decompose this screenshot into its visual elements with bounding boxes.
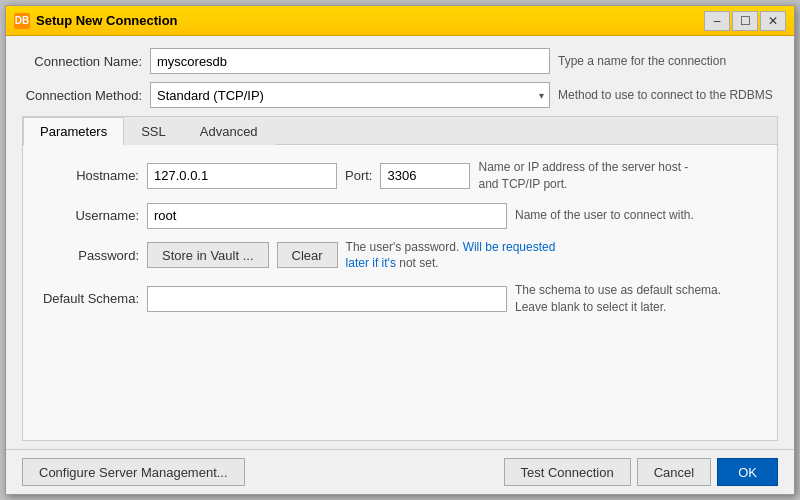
- window-controls: – ☐ ✕: [704, 11, 786, 31]
- test-connection-button[interactable]: Test Connection: [504, 458, 631, 486]
- connection-method-hint: Method to use to connect to the RDBMS: [558, 88, 778, 102]
- clear-password-button[interactable]: Clear: [277, 242, 338, 268]
- tabs-header: Parameters SSL Advanced: [23, 117, 777, 145]
- hostname-input[interactable]: [147, 163, 337, 189]
- default-schema-input[interactable]: [147, 286, 507, 312]
- parameters-tab-content: Hostname: Port: Name or IP address of th…: [23, 145, 777, 440]
- password-row: Password: Store in Vault ... Clear The u…: [39, 239, 761, 273]
- connection-method-select-wrapper: Standard (TCP/IP)Standard (TCP/IP) over …: [150, 82, 550, 108]
- tabs-container: Parameters SSL Advanced Hostname: Port: …: [22, 116, 778, 441]
- connection-name-hint: Type a name for the connection: [558, 54, 778, 68]
- store-in-vault-button[interactable]: Store in Vault ...: [147, 242, 269, 268]
- connection-method-row: Connection Method: Standard (TCP/IP)Stan…: [22, 82, 778, 108]
- tab-ssl[interactable]: SSL: [124, 117, 183, 145]
- hostname-hint: Name or IP address of the server host - …: [478, 159, 688, 193]
- footer-right: Test Connection Cancel OK: [504, 458, 779, 486]
- dialog-footer: Configure Server Management... Test Conn…: [6, 449, 794, 494]
- default-schema-hint: The schema to use as default schema. Lea…: [515, 282, 725, 316]
- dialog-body: Connection Name: Type a name for the con…: [6, 36, 794, 449]
- username-row: Username: Name of the user to connect wi…: [39, 203, 761, 229]
- app-icon: DB: [14, 13, 30, 29]
- cancel-button[interactable]: Cancel: [637, 458, 711, 486]
- hostname-row: Hostname: Port: Name or IP address of th…: [39, 159, 761, 193]
- dialog-title: Setup New Connection: [36, 13, 704, 28]
- maximize-button[interactable]: ☐: [732, 11, 758, 31]
- footer-left: Configure Server Management...: [22, 458, 504, 486]
- username-hint: Name of the user to connect with.: [515, 207, 725, 224]
- title-bar: DB Setup New Connection – ☐ ✕: [6, 6, 794, 36]
- password-hint-link: Will be requested later if it's: [346, 240, 556, 271]
- connection-name-input[interactable]: [150, 48, 550, 74]
- setup-new-connection-dialog: DB Setup New Connection – ☐ ✕ Connection…: [5, 5, 795, 495]
- minimize-button[interactable]: –: [704, 11, 730, 31]
- default-schema-label: Default Schema:: [39, 291, 139, 306]
- port-input[interactable]: [380, 163, 470, 189]
- connection-name-row: Connection Name: Type a name for the con…: [22, 48, 778, 74]
- configure-server-management-button[interactable]: Configure Server Management...: [22, 458, 245, 486]
- default-schema-row: Default Schema: The schema to use as def…: [39, 282, 761, 316]
- username-input[interactable]: [147, 203, 507, 229]
- connection-method-select[interactable]: Standard (TCP/IP)Standard (TCP/IP) over …: [150, 82, 550, 108]
- close-button[interactable]: ✕: [760, 11, 786, 31]
- tab-advanced[interactable]: Advanced: [183, 117, 275, 145]
- tab-parameters[interactable]: Parameters: [23, 117, 124, 145]
- hostname-label: Hostname:: [39, 168, 139, 183]
- port-label: Port:: [345, 168, 372, 183]
- password-hint: The user's password. Will be requested l…: [346, 239, 556, 273]
- connection-method-label: Connection Method:: [22, 88, 142, 103]
- username-label: Username:: [39, 208, 139, 223]
- ok-button[interactable]: OK: [717, 458, 778, 486]
- password-label: Password:: [39, 248, 139, 263]
- connection-name-label: Connection Name:: [22, 54, 142, 69]
